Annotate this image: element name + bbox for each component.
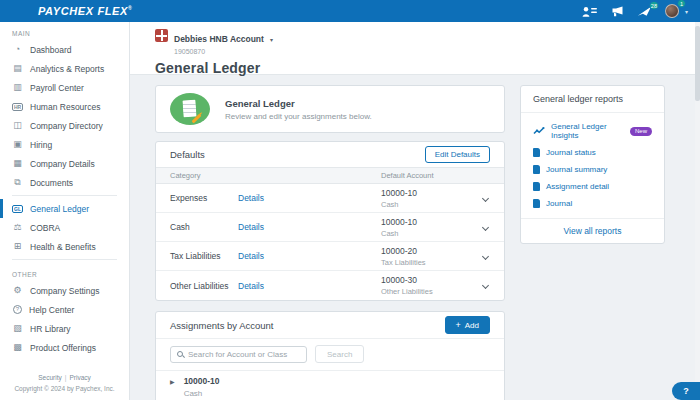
chevron-down-icon[interactable] — [482, 223, 489, 230]
report-link-journal-summary[interactable]: Journal summary — [533, 165, 652, 174]
privacy-link[interactable]: Privacy — [69, 374, 90, 381]
profile-caret-icon[interactable]: ▾ — [685, 8, 688, 15]
details-link[interactable]: Details — [238, 193, 264, 203]
sidebar-item-payroll-center[interactable]: ▥Payroll Center — [0, 78, 129, 97]
sidebar-footer: Security|Privacy Copyright © 2024 by Pay… — [0, 374, 129, 400]
category-label: Cash — [170, 222, 238, 232]
contacts-icon[interactable] — [582, 6, 597, 17]
search-button[interactable]: Search — [315, 345, 364, 363]
scrollbar-thumb[interactable] — [695, 26, 700, 101]
expand-arrow-icon[interactable]: ▶ — [170, 378, 175, 385]
account-name: Cash — [184, 389, 220, 398]
vertical-scrollbar[interactable] — [695, 22, 700, 400]
top-bar: PAYCHEX FLEX® 28 1 ▾ — [0, 0, 700, 22]
category-label: Expenses — [170, 193, 238, 203]
paychex-flex-logo: PAYCHEX FLEX® — [38, 5, 132, 17]
sidebar-divider — [12, 195, 117, 196]
sidebar-item-human-resources[interactable]: HRHuman Resources — [0, 97, 129, 116]
help-button[interactable]: ? — [672, 382, 700, 400]
sidebar-item-analytics-reports[interactable]: ▤Analytics & Reports — [0, 59, 129, 78]
report-link-journal[interactable]: Journal — [533, 199, 652, 208]
account-id: 19050870 — [174, 48, 273, 55]
report-link-insights[interactable]: General Ledger Insights New — [533, 122, 652, 140]
table-row: Tax LiabilitiesDetails 10000-20Tax Liabi… — [156, 242, 504, 271]
general-ledger-intro-card: General Ledger Review and edit your assi… — [155, 85, 505, 133]
announcements-icon[interactable] — [610, 6, 624, 17]
sidebar-item-hiring[interactable]: ▣Hiring — [0, 135, 129, 154]
hiring-icon: ▣ — [12, 140, 23, 149]
intro-title: General Ledger — [225, 98, 372, 109]
dashboard-icon: ◔ — [12, 45, 23, 54]
messages-count-badge: 28 — [649, 1, 659, 10]
defaults-card: Defaults Edit Defaults Category Default … — [155, 141, 505, 301]
security-link[interactable]: Security — [38, 374, 61, 381]
column-category: Category — [170, 171, 381, 180]
account-number: 10000-30 — [381, 275, 433, 285]
library-icon: ▧ — [12, 324, 23, 333]
category-label: Tax Liabilities — [170, 251, 238, 261]
analytics-icon: ▤ — [12, 64, 23, 73]
messages-icon[interactable]: 28 — [637, 6, 652, 17]
sidebar-item-help-center[interactable]: ?Help Center — [0, 300, 129, 319]
user-avatar[interactable]: 1 — [665, 4, 679, 18]
sidebar-item-general-ledger[interactable]: GLGeneral Ledger — [0, 199, 129, 218]
report-doc-icon — [533, 165, 540, 174]
edit-defaults-button[interactable]: Edit Defaults — [425, 146, 490, 163]
sidebar-item-product-offerings[interactable]: ▩Product Offerings — [0, 338, 129, 357]
sidebar-section-other: OTHER — [0, 263, 129, 281]
sidebar-item-health-benefits[interactable]: ⊞Health & Benefits — [0, 237, 129, 256]
sidebar-item-documents[interactable]: ⧉Documents — [0, 173, 129, 192]
search-box[interactable] — [170, 346, 307, 363]
sidebar-item-cobra[interactable]: ⚖COBRA — [0, 218, 129, 237]
table-row: ExpensesDetails 10000-10Cash — [156, 184, 504, 213]
sidebar-item-company-directory[interactable]: ◫Company Directory — [0, 116, 129, 135]
report-link-journal-status[interactable]: Journal status — [533, 148, 652, 157]
details-link[interactable]: Details — [238, 222, 264, 232]
sidebar: MAIN ◔Dashboard ▤Analytics & Reports ▥Pa… — [0, 22, 130, 400]
search-input[interactable] — [188, 350, 300, 359]
chart-line-icon — [533, 126, 545, 137]
footer-separator: | — [65, 374, 67, 381]
general-ledger-icon: GL — [12, 205, 23, 213]
page-header: Debbies HNB Account▾ 19050870 General Le… — [130, 22, 700, 75]
logo-registered-mark: ® — [128, 5, 132, 11]
reports-panel-title: General ledger reports — [521, 86, 664, 113]
account-list-item[interactable]: ▶ 10000-10 Cash — [156, 370, 504, 400]
logo-paychex: PAYCHEX — [38, 5, 94, 17]
chevron-down-icon[interactable] — [482, 252, 489, 259]
directory-icon: ◫ — [12, 121, 23, 130]
account-selector[interactable]: Debbies HNB Account▾ 19050870 — [155, 28, 700, 55]
sidebar-item-company-details[interactable]: ▦Company Details — [0, 154, 129, 173]
report-link-assignment-detail[interactable]: Assignment detail — [533, 182, 652, 191]
view-all-reports-link[interactable]: View all reports — [521, 218, 664, 243]
sidebar-item-dashboard[interactable]: ◔Dashboard — [0, 40, 129, 59]
account-name: Cash — [381, 200, 417, 209]
hr-icon: HR — [12, 103, 23, 111]
documents-icon: ⧉ — [12, 178, 23, 187]
sidebar-section-main: MAIN — [0, 22, 129, 40]
intro-subtitle: Review and edit your assignments below. — [225, 112, 372, 121]
add-button[interactable]: +Add — [445, 316, 491, 334]
sidebar-item-hr-library[interactable]: ▧HR Library — [0, 319, 129, 338]
column-default-account: Default Account — [381, 171, 434, 180]
details-link[interactable]: Details — [238, 281, 264, 291]
report-doc-icon — [533, 182, 540, 191]
details-link[interactable]: Details — [238, 251, 264, 261]
table-row: CashDetails 10000-10Cash — [156, 213, 504, 242]
ledger-document-icon — [170, 93, 210, 125]
account-name: Cash — [381, 229, 417, 238]
main-area: Debbies HNB Account▾ 19050870 General Le… — [130, 22, 700, 400]
account-number: 10000-20 — [381, 246, 426, 256]
chevron-down-icon[interactable] — [482, 194, 489, 201]
new-badge: New — [630, 127, 652, 136]
table-row: Other LiabilitiesDetails 10000-30Other L… — [156, 271, 504, 300]
account-number: 10000-10 — [381, 217, 417, 227]
report-doc-icon — [533, 199, 540, 208]
building-icon: ▦ — [12, 159, 23, 168]
account-caret-icon[interactable]: ▾ — [270, 37, 273, 43]
copyright-text: Copyright © 2024 by Paychex, Inc. — [0, 385, 129, 392]
category-label: Other Liabilities — [170, 281, 238, 291]
assignments-title: Assignments by Account — [170, 320, 274, 331]
chevron-down-icon[interactable] — [482, 282, 489, 289]
sidebar-item-company-settings[interactable]: ⚙Company Settings — [0, 281, 129, 300]
